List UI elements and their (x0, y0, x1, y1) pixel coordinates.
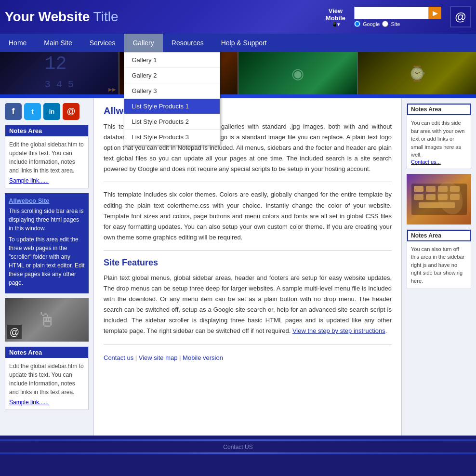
allwebco-text-1: This scrolling side bar area is displayi… (9, 207, 85, 233)
logo-bold: Your Website (5, 9, 90, 24)
footer-strip (0, 439, 476, 441)
left-notes-title-2: Notes Area (5, 347, 88, 358)
hero-section-1: 123 4 5 ▶▶ (0, 52, 119, 94)
email-social-icon[interactable]: @ (63, 103, 79, 120)
separator-1: | (135, 354, 139, 361)
mobile-icon: 📱▾ (326, 22, 345, 27)
hero-section-4: ⌚ (358, 52, 476, 94)
svg-rect-3 (426, 186, 436, 192)
mouse-icon: 🖱 (37, 309, 56, 331)
content-section-3: Plain text global menus, global sidebar … (104, 273, 392, 337)
logo: Your Website Title (5, 9, 326, 25)
blue-strip (0, 94, 476, 98)
nav-gallery[interactable]: Gallery Gallery 1 Gallery 2 Gallery 3 Li… (124, 34, 162, 52)
right-image-box (407, 174, 471, 225)
content-section-2: This template includes six color themes.… (104, 189, 392, 242)
dropdown-list-products-2[interactable]: List Style Products 2 (124, 114, 220, 130)
footer-strip-bottom (0, 452, 476, 454)
search-input[interactable] (354, 7, 429, 19)
navigation: Home Main Site Services Gallery Gallery … (0, 34, 476, 52)
keyboard-image (407, 174, 471, 225)
dropdown-gallery-2[interactable]: Gallery 2 (124, 68, 220, 83)
radio-google[interactable] (354, 21, 360, 27)
site-features-title: Site Features (104, 258, 392, 268)
nav-resources[interactable]: Resources (163, 34, 212, 52)
left-sidebar: f t in @ Notes Area Edit the global side… (0, 98, 94, 436)
right-notes-text-1: You can edit this side bar area with you… (411, 119, 467, 159)
right-notes-area-2: Notes Area You can also turn off this ar… (407, 229, 471, 290)
radio-group: Google Site (354, 21, 400, 27)
left-notes-link-1[interactable]: Sample link...... (9, 177, 84, 184)
right-sidebar: Notes Area You can edit this side bar ar… (401, 98, 476, 436)
content-divider-3 (104, 344, 392, 344)
step-link[interactable]: View the step by step instructions (292, 327, 385, 334)
nav-help-support[interactable]: Help & Support (212, 34, 276, 52)
svg-rect-6 (414, 194, 423, 200)
left-notes-link-2[interactable]: Sample link...... (9, 399, 84, 406)
facebook-icon[interactable]: f (5, 103, 22, 120)
content-para-2: This template includes six color themes.… (104, 189, 392, 242)
nav-home[interactable]: Home (0, 34, 35, 52)
email-overlay-icon: @ (7, 325, 22, 339)
search-container: ▶ Google Site (354, 7, 441, 27)
svg-rect-7 (426, 194, 436, 200)
left-notes-area-1: Notes Area Edit the global sidebar.htm t… (5, 125, 89, 188)
social-icons: f t in @ (5, 103, 89, 120)
radio-google-label: Google (363, 21, 380, 27)
sitemap-link[interactable]: View site map (139, 354, 178, 361)
mouse-image: 🖱 @ (5, 298, 89, 342)
right-notes-title-2: Notes Area (407, 230, 471, 241)
linkedin-icon[interactable]: in (43, 103, 60, 120)
main-layout: f t in @ Notes Area Edit the global side… (0, 98, 476, 436)
nav-services[interactable]: Services (81, 34, 124, 52)
content-divider-1 (104, 182, 392, 182)
mobile-link[interactable]: Mobile version (183, 354, 223, 361)
dropdown-gallery-3[interactable]: Gallery 3 (124, 83, 220, 99)
left-notes-area-2: Notes Area Edit the global sidebar.htm t… (5, 346, 89, 410)
view-mobile-label: ViewMobile (326, 7, 345, 22)
radio-site-label: Site (391, 21, 400, 27)
hero-banner: 123 4 5 ▶▶ ▉▉▊▋ ◉ ⌚ (0, 52, 476, 94)
svg-rect-2 (414, 186, 423, 192)
header: Your Website Title ViewMobile 📱▾ ▶ Googl… (0, 0, 476, 34)
hero-section-3: ◉ (238, 52, 357, 94)
content-divider-2 (104, 250, 392, 251)
left-notes-text-1: Edit the global sidebar.htm to update th… (9, 140, 84, 175)
view-mobile-btn[interactable]: ViewMobile 📱▾ (326, 7, 345, 27)
search-button[interactable]: ▶ (429, 7, 441, 19)
logo-light: Title (90, 9, 118, 24)
allwebco-title[interactable]: Allwebco Site (9, 197, 85, 204)
right-notes-text-2: You can also turn off this area in the s… (411, 245, 467, 285)
header-right: ViewMobile 📱▾ ▶ Google Site @ (326, 6, 471, 27)
twitter-icon[interactable]: t (24, 103, 41, 120)
dropdown-list-products-1[interactable]: List Style Products 1 (124, 99, 220, 114)
email-icon-btn[interactable]: @ (450, 6, 471, 27)
allwebco-text-2: To update this area edit the three web p… (9, 235, 85, 287)
dropdown-gallery-1[interactable]: Gallery 1 (124, 53, 220, 68)
right-notes-link-1[interactable]: Contact us... (411, 159, 467, 165)
nav-main-site[interactable]: Main Site (35, 34, 80, 52)
radio-site[interactable] (382, 21, 388, 27)
dropdown-list-products-3[interactable]: List Style Products 3 (124, 130, 220, 145)
right-notes-area-1: Notes Area You can edit this side bar ar… (407, 103, 471, 169)
left-notes-text-2: Edit the global sidebar.htm to update th… (9, 362, 84, 397)
main-content: Allwebco Web Templates This template pac… (94, 98, 401, 436)
gallery-dropdown: Gallery 1 Gallery 2 Gallery 3 List Style… (124, 52, 220, 145)
right-notes-title-1: Notes Area (407, 104, 471, 115)
allwebco-section: Allwebco Site This scrolling side bar ar… (5, 193, 89, 293)
contact-us-footer[interactable]: Contact US (223, 444, 252, 450)
left-notes-title-1: Notes Area (5, 125, 88, 136)
contact-us-link[interactable]: Contact us (104, 354, 133, 361)
content-para-3: Plain text global menus, global sidebar … (104, 273, 392, 337)
content-footer-links: Contact us | View site map | Mobile vers… (104, 354, 392, 361)
footer: Contact US (0, 436, 476, 458)
